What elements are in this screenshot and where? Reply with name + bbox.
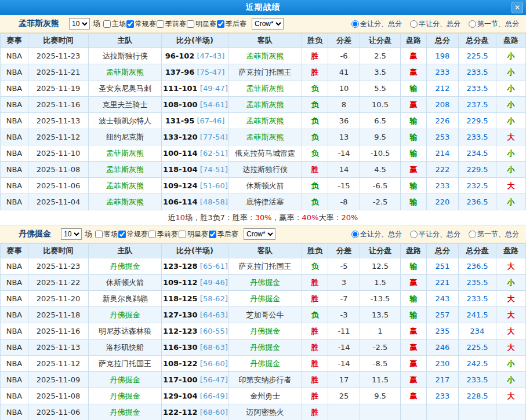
- away-team-cell: 丹佛掘金: [228, 356, 302, 372]
- home-team-cell: 达拉斯独行侠: [89, 48, 162, 64]
- radio-input[interactable]: [351, 20, 359, 28]
- final-score: 127-130: [163, 311, 198, 319]
- radio-input[interactable]: [351, 231, 359, 238]
- score-cell: 122-112 [68-60]: [162, 404, 228, 420]
- final-score: 112-123: [163, 327, 198, 335]
- checkbox-input[interactable]: [187, 20, 194, 28]
- scope-radio[interactable]: 第一节、总分: [469, 19, 519, 29]
- date-cell: 2025-11-08: [28, 388, 89, 404]
- games-table-body: NBA2025-11-23丹佛掘金123-128 [65-61]萨克拉门托国王负…: [1, 258, 526, 420]
- game-row: NBA2025-11-13波士顿凯尔特人131-95 [67-46]孟菲斯灰熊负…: [1, 113, 526, 129]
- win-lose-cell: 负: [302, 97, 328, 113]
- total-line-cell: 235.5: [459, 275, 496, 291]
- column-header: 主队: [89, 244, 162, 258]
- scope-radio[interactable]: 全让分、总分: [351, 19, 402, 29]
- point-diff-cell: 10: [328, 81, 360, 97]
- checkbox-input[interactable]: [118, 231, 126, 238]
- win-lose-cell: 负: [302, 129, 328, 145]
- point-diff-cell: -5: [328, 258, 360, 275]
- filter-checkbox[interactable]: 明星赛: [187, 19, 216, 29]
- odds-type-select[interactable]: Crow*: [252, 18, 284, 30]
- away-team-cell: 丹佛掘金: [228, 275, 302, 291]
- radio-input[interactable]: [469, 20, 476, 28]
- total-line-cell: 233.5: [459, 64, 496, 81]
- handicap-result-cell: 输: [401, 81, 427, 97]
- games-count-select[interactable]: 10: [61, 228, 82, 240]
- filter-checkbox[interactable]: 季后赛: [209, 229, 238, 239]
- home-team-cell: 克里夫兰骑士: [89, 97, 162, 113]
- date-cell: 2025-11-04: [28, 194, 89, 210]
- home-team-cell: 洛杉矶快船: [89, 339, 162, 356]
- checkbox-input[interactable]: [157, 20, 164, 28]
- date-cell: 2025-11-19: [28, 81, 89, 97]
- table-header-row: 赛事比赛时间主队比分(半场)客队胜负分差让分盘盘路总分总分盘盘路: [1, 244, 526, 258]
- total-points-cell: 226: [427, 113, 459, 129]
- titlebar: 近期战绩 ✕: [0, 0, 526, 15]
- checkbox-input[interactable]: [209, 231, 216, 238]
- scope-radio[interactable]: 半让分、总分: [410, 19, 460, 29]
- column-header: 比分(半场): [162, 34, 228, 48]
- half-score: [47-43]: [194, 52, 224, 60]
- scope-radio[interactable]: 第一节、总分: [469, 229, 519, 239]
- filter-checkbox[interactable]: 明星赛: [179, 229, 208, 239]
- games-count-label: 场: [85, 229, 92, 239]
- odds-type-select[interactable]: Crow*: [244, 228, 275, 240]
- filter-checkbox[interactable]: 常规赛: [126, 19, 156, 29]
- column-header: 盘路: [496, 34, 526, 48]
- home-team-cell: 圣安东尼奥马刺: [89, 81, 162, 97]
- radio-input[interactable]: [410, 231, 418, 238]
- final-score: 123-128: [163, 262, 198, 271]
- half-score: [56-60]: [198, 359, 228, 368]
- final-score: 109-112: [163, 278, 198, 287]
- point-diff-cell: -3: [328, 307, 360, 323]
- over-under-cell: 小: [496, 356, 526, 372]
- final-score: 131-95: [165, 116, 195, 125]
- filter-checkbox[interactable]: 主场: [103, 19, 126, 29]
- handicap-line-cell: 12.5: [360, 258, 401, 275]
- checkbox-input[interactable]: [179, 231, 186, 238]
- filter-checkbox[interactable]: 客场: [95, 229, 118, 239]
- half-score: [56-47]: [198, 375, 228, 384]
- checkbox-input[interactable]: [95, 231, 103, 238]
- score-cell: 100-114 [62-51]: [162, 145, 228, 162]
- scope-radio[interactable]: 全让分、总分: [351, 229, 402, 239]
- radio-input[interactable]: [469, 231, 476, 238]
- handicap-line-cell: 4.5: [360, 162, 401, 178]
- point-diff-cell: -15: [328, 178, 360, 194]
- final-score: 137-96: [165, 68, 195, 76]
- checkbox-input[interactable]: [103, 20, 111, 28]
- half-score: [60-55]: [198, 327, 228, 335]
- team-name: 丹佛掘金: [19, 229, 51, 239]
- filter-checkbox[interactable]: 季前赛: [157, 19, 186, 29]
- final-score: 108-100: [163, 100, 198, 109]
- radio-input[interactable]: [410, 20, 418, 28]
- checkbox-input[interactable]: [148, 231, 156, 238]
- summary-text: 10: [176, 213, 186, 222]
- total-points-cell: 214: [427, 145, 459, 162]
- game-row: NBA2025-11-16克里夫兰骑士108-100 [54-61]孟菲斯灰熊负…: [1, 97, 526, 113]
- final-score: 118-125: [163, 294, 198, 303]
- game-row: NBA2025-11-23达拉斯独行侠96-102 [47-43]孟菲斯灰熊胜-…: [1, 48, 526, 64]
- column-header: 让分盘: [360, 244, 401, 258]
- away-team-cell: 迈阿密热火: [228, 404, 302, 420]
- checkbox-input[interactable]: [217, 20, 224, 28]
- close-button[interactable]: ✕: [512, 2, 523, 13]
- total-line-cell: [459, 404, 496, 420]
- games-count-select[interactable]: 10: [69, 18, 90, 30]
- final-score: 116-130: [163, 343, 198, 352]
- checkbox-input[interactable]: [126, 20, 134, 28]
- half-score: [65-61]: [198, 262, 228, 271]
- filter-checkbox[interactable]: 季前赛: [148, 229, 178, 239]
- total-line-cell: 233.5: [459, 129, 496, 145]
- league-cell: NBA: [1, 388, 28, 404]
- point-diff-cell: 14: [328, 162, 360, 178]
- score-cell: 123-128 [65-61]: [162, 258, 228, 275]
- total-points-cell: [427, 404, 459, 420]
- total-line-cell: 232.5: [459, 178, 496, 194]
- filter-checkbox[interactable]: 常规赛: [118, 229, 148, 239]
- scope-radio[interactable]: 半让分、总分: [410, 229, 460, 239]
- point-diff-cell: 41: [328, 64, 360, 81]
- filter-checkbox[interactable]: 季后赛: [217, 19, 246, 29]
- point-diff-cell: -7: [328, 291, 360, 307]
- win-lose-cell: 胜: [302, 64, 328, 81]
